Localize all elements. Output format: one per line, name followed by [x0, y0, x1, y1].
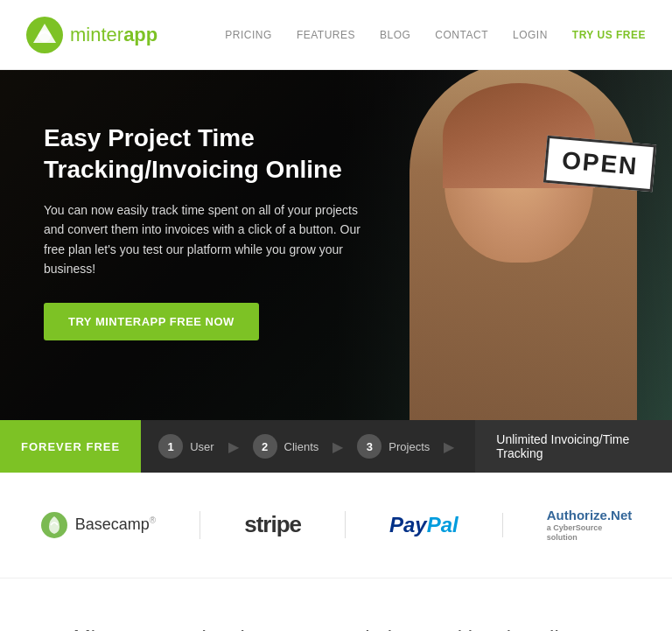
partner-stripe: stripe: [200, 511, 346, 538]
step-arrow-1: ▶: [228, 438, 239, 455]
hero-title: Easy Project Time Tracking/Invoicing Onl…: [44, 123, 411, 186]
authnet-sub: a CyberSource solution: [547, 523, 633, 543]
basecamp-icon: [40, 511, 68, 539]
partner-paypal: PayPal: [346, 513, 503, 537]
hero-subtitle: You can now easily track time spent on a…: [44, 200, 376, 279]
authnet-name: Authorize.Net a CyberSource solution: [547, 508, 633, 543]
forever-free-badge: FOREVER FREE: [0, 420, 141, 473]
nav-pricing[interactable]: PRICING: [225, 29, 272, 41]
plans-bar: FOREVER FREE 1 User ▶ 2 Clients ▶ 3 Proj…: [0, 420, 672, 473]
step-arrow-2: ▶: [332, 438, 343, 455]
logo-icon: [26, 17, 63, 53]
nav-features[interactable]: FEATURES: [297, 29, 355, 41]
authnet-logo: Authorize.Net a CyberSource solution: [547, 508, 633, 543]
step-1-number: 1: [158, 434, 183, 459]
logo[interactable]: minterapp: [26, 17, 158, 53]
step-3-number: 3: [357, 434, 382, 459]
stripe-logo: stripe: [244, 511, 301, 538]
nav-try-free[interactable]: TRY US FREE: [572, 29, 646, 41]
step-2-label: Clients: [284, 440, 319, 453]
hero-content: Easy Project Time Tracking/Invoicing Onl…: [44, 123, 411, 340]
nav-contact[interactable]: CONTACT: [435, 29, 488, 41]
main-nav: PRICING FEATURES BLOG CONTACT LOGIN TRY …: [225, 29, 646, 41]
paypal-logo: PayPal: [389, 513, 458, 537]
hero-cta-button[interactable]: TRY MINTERAPP FREE NOW: [44, 303, 259, 340]
step-1-label: User: [190, 440, 214, 453]
paypal-name: PayPal: [389, 513, 458, 537]
unlimited-text: Unlimited Invoicing/Time Tracking: [496, 432, 651, 460]
step-1: 1 User: [158, 434, 214, 459]
step-arrow-3: ▶: [444, 438, 454, 455]
unlimited-plan: Unlimited Invoicing/Time Tracking: [475, 420, 672, 473]
basecamp-logo: Basecamp®: [40, 511, 156, 539]
stripe-name: stripe: [244, 511, 301, 538]
partners-section: Basecamp® stripe PayPal Authorize.Net a …: [0, 473, 672, 578]
partner-authnet: Authorize.Net a CyberSource solution: [503, 508, 672, 543]
tagline-section: Minterapp makes it easy to track time an…: [0, 578, 672, 631]
partner-basecamp: Basecamp®: [0, 511, 200, 539]
hero-section: OPEN Easy Project Time Tracking/Invoicin…: [0, 70, 672, 420]
tagline-text: Minterapp makes it easy to track time an…: [70, 622, 602, 631]
step-2: 2 Clients: [253, 434, 319, 459]
nav-login[interactable]: LOGIN: [513, 29, 548, 41]
open-sign: OPEN: [543, 136, 657, 193]
nav-blog[interactable]: BLOG: [380, 29, 410, 41]
step-3-label: Projects: [388, 440, 430, 453]
header: minterapp PRICING FEATURES BLOG CONTACT …: [0, 0, 672, 70]
step-2-number: 2: [253, 434, 277, 459]
plan-steps: 1 User ▶ 2 Clients ▶ 3 Projects ▶: [141, 420, 475, 473]
basecamp-name: Basecamp®: [75, 515, 156, 534]
logo-text: minterapp: [70, 24, 158, 46]
step-3: 3 Projects: [357, 434, 430, 459]
